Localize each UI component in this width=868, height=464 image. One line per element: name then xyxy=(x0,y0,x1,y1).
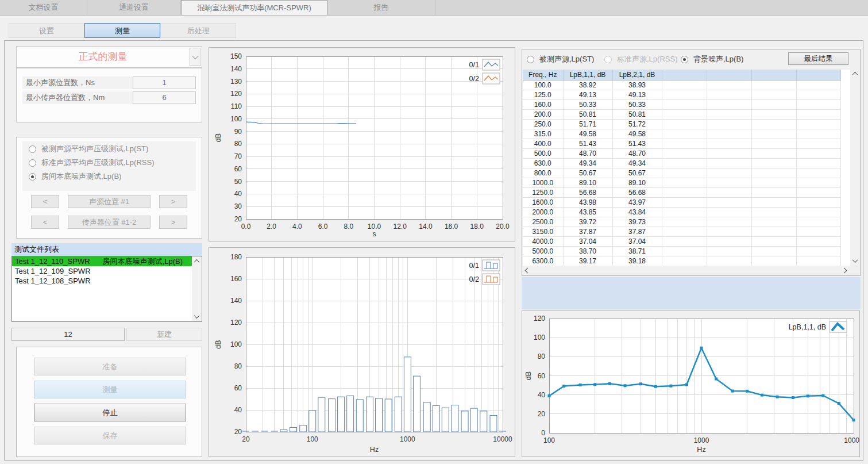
table-cell[interactable] xyxy=(796,178,840,188)
prepare-button[interactable]: 准备 xyxy=(34,358,186,375)
table-cell[interactable] xyxy=(751,90,796,100)
table-cell[interactable]: 48.70 xyxy=(612,149,662,159)
stop-button[interactable]: 停止 xyxy=(34,404,186,421)
table-row[interactable]: 315.049.5849.58 xyxy=(523,129,840,139)
table-cell[interactable]: 50.67 xyxy=(563,168,612,178)
table-cell[interactable] xyxy=(662,208,707,217)
table-cell[interactable] xyxy=(751,159,796,168)
table-cell[interactable] xyxy=(751,178,796,188)
table-cell[interactable] xyxy=(796,237,840,247)
table-cell[interactable] xyxy=(751,110,796,120)
column-header-lpb21[interactable]: LpB,2,1, dB xyxy=(612,70,662,80)
save-button[interactable]: 保存 xyxy=(34,427,186,444)
table-cell[interactable]: 1250.0 xyxy=(523,188,563,198)
table-cell[interactable] xyxy=(751,100,796,110)
list-item[interactable]: Test 1_12_109_SPWR xyxy=(12,266,202,276)
table-cell[interactable]: 200.0 xyxy=(523,110,563,120)
table-cell[interactable]: 51.72 xyxy=(612,120,662,129)
measurement-mode-select[interactable]: 正式的测量 xyxy=(16,46,202,68)
table-v-scrollbar[interactable] xyxy=(850,70,859,265)
table-cell[interactable]: 51.43 xyxy=(612,139,662,149)
table-cell[interactable]: 315.0 xyxy=(523,129,563,139)
table-cell[interactable] xyxy=(707,217,751,227)
table-cell[interactable]: 100.0 xyxy=(523,80,563,90)
table-cell[interactable] xyxy=(751,80,796,90)
table-cell[interactable] xyxy=(751,120,796,129)
scroll-up-icon[interactable] xyxy=(850,70,859,78)
table-cell[interactable]: 50.33 xyxy=(563,100,612,110)
table-row[interactable]: 1600.043.9843.97 xyxy=(523,198,840,208)
table-cell[interactable]: 37.87 xyxy=(563,227,612,237)
table-cell[interactable] xyxy=(796,129,840,139)
table-cell[interactable] xyxy=(751,198,796,208)
table-cell[interactable] xyxy=(662,100,707,110)
table-cell[interactable] xyxy=(751,256,796,266)
table-cell[interactable] xyxy=(662,120,707,129)
table-cell[interactable] xyxy=(662,139,707,149)
table-cell[interactable]: 37.87 xyxy=(612,227,662,237)
measure-button[interactable]: 测量 xyxy=(34,381,186,398)
table-row[interactable]: 500.048.7048.70 xyxy=(523,149,840,159)
table-cell[interactable] xyxy=(662,178,707,188)
radio-icon[interactable] xyxy=(527,56,534,63)
table-cell[interactable]: 4000.0 xyxy=(523,237,563,247)
table-cell[interactable] xyxy=(707,129,751,139)
final-result-button[interactable]: 最后结果 xyxy=(788,52,848,65)
table-cell[interactable]: 48.70 xyxy=(563,149,612,159)
table-cell[interactable]: 43.97 xyxy=(612,198,662,208)
test-type-option-st[interactable]: 被测声源平均声压级测试,Lp(ST) xyxy=(29,142,148,156)
table-cell[interactable] xyxy=(662,217,707,227)
table-cell[interactable] xyxy=(707,120,751,129)
table-cell[interactable] xyxy=(751,188,796,198)
table-cell[interactable] xyxy=(662,80,707,90)
table-cell[interactable]: 6300.0 xyxy=(523,256,563,266)
table-cell[interactable]: 43.85 xyxy=(563,208,612,217)
radio-icon[interactable] xyxy=(604,56,612,63)
table-cell[interactable] xyxy=(796,227,840,237)
scroll-down-icon[interactable] xyxy=(192,312,201,321)
test-file-list[interactable]: Test 1_12_110_SPWR 房间本底噪声测试,Lp(B) Test 1… xyxy=(11,256,202,322)
table-cell[interactable] xyxy=(796,90,840,100)
table-cell[interactable]: 56.68 xyxy=(612,188,662,198)
source-option-b[interactable]: 背景噪声,Lp(B) xyxy=(681,55,743,64)
table-cell[interactable] xyxy=(796,80,840,90)
table-cell[interactable] xyxy=(796,139,840,149)
radio-icon[interactable] xyxy=(29,145,36,153)
table-cell[interactable] xyxy=(751,217,796,227)
table-cell[interactable]: 39.18 xyxy=(612,256,662,266)
main-tab-mcr-spwr[interactable]: 混响室法测试声功率(MCR-SPWR) xyxy=(181,0,327,15)
main-tab-channel-settings[interactable]: 通道设置 xyxy=(87,0,181,14)
table-cell[interactable]: 37.04 xyxy=(563,237,612,247)
table-cell[interactable] xyxy=(796,110,840,120)
subtab-settings[interactable]: 设置 xyxy=(9,23,84,38)
table-cell[interactable]: 630.0 xyxy=(523,159,563,168)
table-cell[interactable]: 2500.0 xyxy=(523,217,563,227)
table-h-scrollbar[interactable] xyxy=(523,266,850,275)
table-cell[interactable]: 37.04 xyxy=(612,237,662,247)
table-cell[interactable] xyxy=(751,208,796,217)
table-cell[interactable]: 160.0 xyxy=(523,100,563,110)
table-cell[interactable] xyxy=(796,149,840,159)
table-cell[interactable] xyxy=(707,178,751,188)
scroll-right-icon[interactable] xyxy=(840,266,848,275)
table-cell[interactable] xyxy=(707,237,751,247)
radio-icon[interactable] xyxy=(29,159,36,167)
test-type-option-rss[interactable]: 标准声源平均声压级测试,Lp(RSS) xyxy=(29,156,154,170)
table-row[interactable]: 4000.037.0437.04 xyxy=(523,237,840,247)
table-cell[interactable] xyxy=(751,129,796,139)
table-cell[interactable]: 39.72 xyxy=(563,217,612,227)
table-row[interactable]: 1250.056.6856.68 xyxy=(523,188,840,198)
table-cell[interactable]: 5000.0 xyxy=(523,247,563,256)
table-cell[interactable]: 43.98 xyxy=(563,198,612,208)
table-cell[interactable]: 50.81 xyxy=(563,110,612,120)
table-cell[interactable]: 50.81 xyxy=(612,110,662,120)
table-cell[interactable] xyxy=(707,188,751,198)
table-cell[interactable] xyxy=(796,208,840,217)
main-tab-document-settings[interactable]: 文档设置 xyxy=(0,0,87,14)
table-cell[interactable] xyxy=(662,198,707,208)
table-cell[interactable]: 1000.0 xyxy=(523,178,563,188)
table-cell[interactable] xyxy=(707,80,751,90)
table-row[interactable]: 250.051.7151.72 xyxy=(523,120,840,129)
table-cell[interactable] xyxy=(662,149,707,159)
table-cell[interactable]: 250.0 xyxy=(523,120,563,129)
